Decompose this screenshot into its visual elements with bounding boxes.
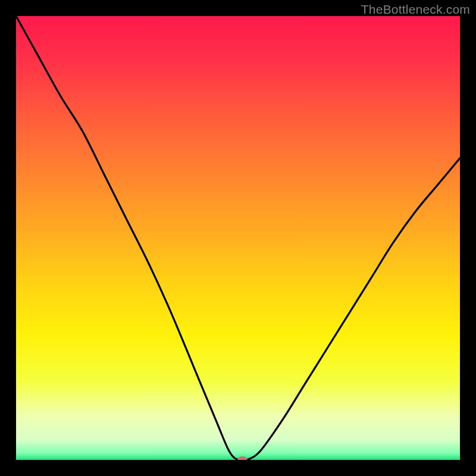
- chart-frame: TheBottleneck.com: [0, 0, 476, 476]
- bottleneck-chart-svg: [16, 16, 460, 460]
- watermark-text: TheBottleneck.com: [361, 2, 470, 17]
- plot-area: [16, 16, 460, 460]
- gradient-background: [16, 16, 460, 460]
